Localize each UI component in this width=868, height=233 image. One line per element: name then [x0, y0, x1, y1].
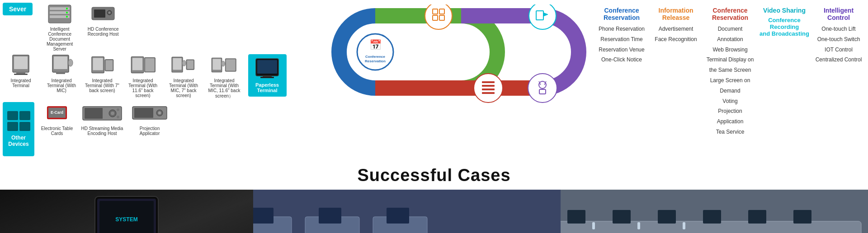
svg-rect-36 [226, 59, 236, 71]
terminal-mic-icon [48, 54, 75, 77]
other-device-icon3 [7, 122, 18, 131]
svg-rect-112 [592, 222, 595, 229]
svg-rect-31 [187, 61, 193, 69]
svg-text:Conference: Conference [365, 55, 386, 59]
svg-rect-28 [173, 58, 181, 70]
device-label: Intelligent Conference Document Manageme… [42, 27, 78, 51]
svg-rect-51 [134, 108, 153, 118]
feature-items: Advertisement Face Recognition [655, 24, 697, 45]
svg-point-29 [182, 61, 186, 66]
terminal-mic7-icon [170, 54, 197, 77]
terminal-11-icon [129, 54, 156, 77]
device-item: Integrated Terminal (With MIC, 11.6" bac… [206, 54, 242, 99]
svg-point-53 [158, 112, 161, 115]
device-label: Integrated Terminal (With 7" back screen… [84, 78, 120, 93]
feature-items: Document Annotation Web Browsing Termina… [705, 24, 755, 137]
svg-rect-100 [567, 210, 585, 224]
svg-text:Reservation: Reservation [365, 59, 386, 63]
other-device-icon1 [7, 111, 18, 120]
svg-rect-93 [387, 208, 409, 224]
svg-rect-72 [482, 89, 495, 90]
svg-rect-103 [703, 210, 721, 224]
device-item: Integrated Terminal [3, 54, 39, 88]
svg-rect-113 [637, 222, 640, 229]
info-release-column: Information Releasse Advertisement Face … [649, 5, 703, 47]
video-sharing-column: Video Sharing Conference Recordingand Br… [757, 5, 811, 42]
device-item: Integrated Terminal (With 11.6" back scr… [125, 54, 161, 98]
svg-rect-92 [319, 208, 341, 224]
svg-rect-40 [260, 77, 274, 78]
svg-point-64 [425, 5, 452, 29]
svg-rect-33 [213, 59, 221, 70]
svg-point-49 [117, 116, 119, 118]
feature-items: One-touch Lift One-touch Switch IOT Cont… [816, 24, 862, 65]
svg-point-4 [66, 8, 68, 9]
svg-rect-104 [748, 210, 766, 224]
feature-name: Intelligent Control [814, 7, 863, 21]
feature-name: Video Sharing [763, 7, 806, 14]
paperless-label: Paperless Terminal [253, 82, 282, 93]
svg-rect-16 [54, 56, 67, 69]
device-item: Integrated Terminal (With MIC, 7" back s… [165, 54, 202, 98]
svg-rect-8 [94, 9, 105, 18]
svg-point-47 [111, 112, 114, 115]
device-item: Projection Applicator [129, 102, 170, 136]
svg-rect-22 [106, 60, 113, 70]
svg-rect-91 [253, 208, 274, 224]
projector-icon [132, 102, 168, 125]
encoding-host-icon [82, 102, 123, 125]
server-label: Sever [3, 3, 33, 15]
device-item: HD Conference Recording Host [85, 3, 121, 37]
svg-rect-17 [56, 72, 65, 74]
svg-rect-71 [482, 85, 495, 87]
other-devices-badge: Other Devices [3, 102, 34, 156]
feature-subtitle: Conference Recordingand Broadcasting [760, 17, 809, 37]
conference-reservation-column: Conference Reservation Phone Reservation… [594, 5, 649, 67]
device-label: Integrated Terminal (With 11.6" back scr… [125, 78, 161, 98]
svg-rect-14 [14, 74, 28, 75]
svg-rect-45 [85, 108, 103, 119]
other-device-icon4 [19, 122, 30, 131]
svg-rect-12 [14, 56, 28, 69]
device-item: E-Card Electronic Table Cards [39, 102, 75, 136]
s-curve-diagram: 📅 Conference Reservation [326, 5, 588, 113]
svg-rect-20 [93, 58, 103, 70]
svg-point-74 [529, 5, 556, 29]
device-label: Electronic Table Cards [39, 126, 75, 136]
device-label: Integrated Terminal [3, 78, 39, 88]
svg-rect-73 [482, 92, 495, 94]
svg-point-34 [222, 61, 225, 66]
svg-text:SYSTEM: SYSTEM [115, 216, 137, 223]
case-image-1: SYSTEM [0, 190, 253, 233]
terminal-7-icon [89, 54, 116, 77]
svg-rect-102 [658, 210, 676, 224]
svg-rect-70 [482, 81, 495, 83]
devices-panel: Sever [0, 0, 321, 159]
case-image-2 [253, 190, 561, 233]
svg-rect-24 [132, 58, 142, 70]
table-card-icon: E-Card [43, 102, 71, 125]
case-images-row: SYSTEM [0, 190, 868, 233]
device-label: Integrated Terminal (With MIC, 7" back s… [165, 78, 202, 98]
device-label: Projection Applicator [129, 126, 170, 136]
device-item: Intelligent Conference Document Manageme… [42, 3, 78, 51]
svg-point-10 [108, 12, 111, 14]
svg-point-69 [474, 74, 503, 103]
svg-rect-105 [793, 210, 811, 224]
svg-text:E-Card: E-Card [51, 110, 63, 115]
feature-name: Information Releasse [651, 7, 701, 21]
features-panel: Conference Reservation Phone Reservation… [592, 0, 868, 144]
svg-point-48 [117, 108, 119, 111]
other-device-icon2 [19, 111, 30, 120]
paperless-terminal: Paperless Terminal [247, 54, 288, 97]
device-label: HD Conference Recording Host [85, 27, 121, 37]
recording-host-icon [90, 3, 117, 25]
feature-name: ConferenceReservation [712, 7, 748, 21]
device-label: Integrated Terminal (With MIC, 11.6" bac… [206, 78, 242, 99]
svg-rect-26 [145, 58, 155, 71]
svg-point-6 [66, 16, 68, 18]
other-devices-label: Other Devices [5, 135, 33, 147]
device-label: Integrated Terminal (With MIC) [43, 78, 80, 93]
intelligent-control-column: Intelligent Control One-touch Lift One-t… [811, 5, 866, 67]
paperless-icon [254, 58, 281, 80]
